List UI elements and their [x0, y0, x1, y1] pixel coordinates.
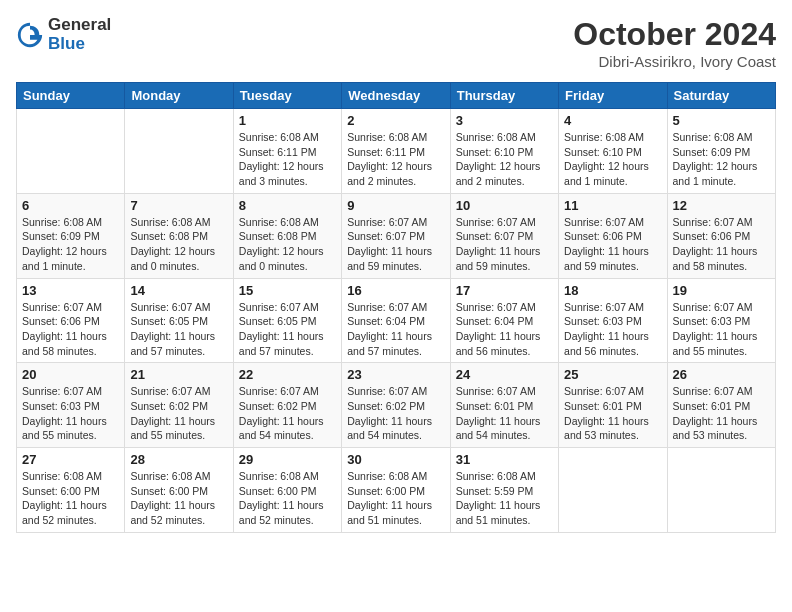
day-info: Sunrise: 6:08 AM Sunset: 6:10 PM Dayligh…: [564, 130, 661, 189]
header-thursday: Thursday: [450, 83, 558, 109]
table-row: 28Sunrise: 6:08 AM Sunset: 6:00 PM Dayli…: [125, 448, 233, 533]
table-row: 29Sunrise: 6:08 AM Sunset: 6:00 PM Dayli…: [233, 448, 341, 533]
table-row: 31Sunrise: 6:08 AM Sunset: 5:59 PM Dayli…: [450, 448, 558, 533]
day-info: Sunrise: 6:07 AM Sunset: 6:04 PM Dayligh…: [456, 300, 553, 359]
day-number: 15: [239, 283, 336, 298]
day-info: Sunrise: 6:07 AM Sunset: 6:06 PM Dayligh…: [673, 215, 770, 274]
day-number: 14: [130, 283, 227, 298]
table-row: 16Sunrise: 6:07 AM Sunset: 6:04 PM Dayli…: [342, 278, 450, 363]
day-info: Sunrise: 6:07 AM Sunset: 6:03 PM Dayligh…: [673, 300, 770, 359]
day-info: Sunrise: 6:07 AM Sunset: 6:04 PM Dayligh…: [347, 300, 444, 359]
day-info: Sunrise: 6:08 AM Sunset: 6:09 PM Dayligh…: [22, 215, 119, 274]
day-info: Sunrise: 6:08 AM Sunset: 6:10 PM Dayligh…: [456, 130, 553, 189]
day-info: Sunrise: 6:07 AM Sunset: 6:05 PM Dayligh…: [130, 300, 227, 359]
logo-blue: Blue: [48, 35, 111, 54]
day-info: Sunrise: 6:07 AM Sunset: 6:07 PM Dayligh…: [347, 215, 444, 274]
day-number: 2: [347, 113, 444, 128]
day-info: Sunrise: 6:07 AM Sunset: 6:03 PM Dayligh…: [22, 384, 119, 443]
day-number: 26: [673, 367, 770, 382]
day-info: Sunrise: 6:08 AM Sunset: 6:09 PM Dayligh…: [673, 130, 770, 189]
calendar-week-1: 6Sunrise: 6:08 AM Sunset: 6:09 PM Daylig…: [17, 193, 776, 278]
calendar-header-row: Sunday Monday Tuesday Wednesday Thursday…: [17, 83, 776, 109]
table-row: 18Sunrise: 6:07 AM Sunset: 6:03 PM Dayli…: [559, 278, 667, 363]
day-info: Sunrise: 6:08 AM Sunset: 6:00 PM Dayligh…: [22, 469, 119, 528]
table-row: 1Sunrise: 6:08 AM Sunset: 6:11 PM Daylig…: [233, 109, 341, 194]
day-info: Sunrise: 6:08 AM Sunset: 5:59 PM Dayligh…: [456, 469, 553, 528]
day-number: 27: [22, 452, 119, 467]
day-info: Sunrise: 6:08 AM Sunset: 6:11 PM Dayligh…: [239, 130, 336, 189]
table-row: 4Sunrise: 6:08 AM Sunset: 6:10 PM Daylig…: [559, 109, 667, 194]
header-tuesday: Tuesday: [233, 83, 341, 109]
calendar-week-4: 27Sunrise: 6:08 AM Sunset: 6:00 PM Dayli…: [17, 448, 776, 533]
day-number: 31: [456, 452, 553, 467]
day-number: 9: [347, 198, 444, 213]
day-number: 3: [456, 113, 553, 128]
table-row: 26Sunrise: 6:07 AM Sunset: 6:01 PM Dayli…: [667, 363, 775, 448]
header-wednesday: Wednesday: [342, 83, 450, 109]
logo-general: General: [48, 16, 111, 35]
day-number: 30: [347, 452, 444, 467]
day-number: 25: [564, 367, 661, 382]
day-info: Sunrise: 6:08 AM Sunset: 6:08 PM Dayligh…: [130, 215, 227, 274]
day-number: 18: [564, 283, 661, 298]
table-row: 25Sunrise: 6:07 AM Sunset: 6:01 PM Dayli…: [559, 363, 667, 448]
day-info: Sunrise: 6:07 AM Sunset: 6:05 PM Dayligh…: [239, 300, 336, 359]
table-row: 19Sunrise: 6:07 AM Sunset: 6:03 PM Dayli…: [667, 278, 775, 363]
day-number: 16: [347, 283, 444, 298]
day-info: Sunrise: 6:07 AM Sunset: 6:02 PM Dayligh…: [347, 384, 444, 443]
day-info: Sunrise: 6:07 AM Sunset: 6:01 PM Dayligh…: [456, 384, 553, 443]
day-number: 8: [239, 198, 336, 213]
table-row: [559, 448, 667, 533]
header-friday: Friday: [559, 83, 667, 109]
table-row: 6Sunrise: 6:08 AM Sunset: 6:09 PM Daylig…: [17, 193, 125, 278]
day-info: Sunrise: 6:07 AM Sunset: 6:06 PM Dayligh…: [564, 215, 661, 274]
table-row: 30Sunrise: 6:08 AM Sunset: 6:00 PM Dayli…: [342, 448, 450, 533]
calendar-table: Sunday Monday Tuesday Wednesday Thursday…: [16, 82, 776, 533]
table-row: 21Sunrise: 6:07 AM Sunset: 6:02 PM Dayli…: [125, 363, 233, 448]
table-row: 17Sunrise: 6:07 AM Sunset: 6:04 PM Dayli…: [450, 278, 558, 363]
day-number: 6: [22, 198, 119, 213]
day-number: 20: [22, 367, 119, 382]
day-number: 5: [673, 113, 770, 128]
day-number: 29: [239, 452, 336, 467]
day-number: 23: [347, 367, 444, 382]
calendar-week-3: 20Sunrise: 6:07 AM Sunset: 6:03 PM Dayli…: [17, 363, 776, 448]
table-row: 10Sunrise: 6:07 AM Sunset: 6:07 PM Dayli…: [450, 193, 558, 278]
day-number: 28: [130, 452, 227, 467]
month-title: October 2024: [573, 16, 776, 53]
calendar-week-2: 13Sunrise: 6:07 AM Sunset: 6:06 PM Dayli…: [17, 278, 776, 363]
day-info: Sunrise: 6:07 AM Sunset: 6:02 PM Dayligh…: [130, 384, 227, 443]
day-number: 1: [239, 113, 336, 128]
table-row: 13Sunrise: 6:07 AM Sunset: 6:06 PM Dayli…: [17, 278, 125, 363]
day-number: 4: [564, 113, 661, 128]
table-row: 14Sunrise: 6:07 AM Sunset: 6:05 PM Dayli…: [125, 278, 233, 363]
page-header: General Blue October 2024 Dibri-Assirikr…: [16, 16, 776, 70]
table-row: 22Sunrise: 6:07 AM Sunset: 6:02 PM Dayli…: [233, 363, 341, 448]
calendar-week-0: 1Sunrise: 6:08 AM Sunset: 6:11 PM Daylig…: [17, 109, 776, 194]
logo-text: General Blue: [48, 16, 111, 53]
day-info: Sunrise: 6:08 AM Sunset: 6:08 PM Dayligh…: [239, 215, 336, 274]
day-number: 22: [239, 367, 336, 382]
day-info: Sunrise: 6:08 AM Sunset: 6:11 PM Dayligh…: [347, 130, 444, 189]
logo: General Blue: [16, 16, 111, 53]
day-number: 17: [456, 283, 553, 298]
table-row: 3Sunrise: 6:08 AM Sunset: 6:10 PM Daylig…: [450, 109, 558, 194]
day-info: Sunrise: 6:08 AM Sunset: 6:00 PM Dayligh…: [347, 469, 444, 528]
day-info: Sunrise: 6:07 AM Sunset: 6:07 PM Dayligh…: [456, 215, 553, 274]
day-info: Sunrise: 6:07 AM Sunset: 6:01 PM Dayligh…: [564, 384, 661, 443]
table-row: 11Sunrise: 6:07 AM Sunset: 6:06 PM Dayli…: [559, 193, 667, 278]
table-row: [125, 109, 233, 194]
header-monday: Monday: [125, 83, 233, 109]
day-info: Sunrise: 6:07 AM Sunset: 6:06 PM Dayligh…: [22, 300, 119, 359]
table-row: 27Sunrise: 6:08 AM Sunset: 6:00 PM Dayli…: [17, 448, 125, 533]
title-section: October 2024 Dibri-Assirikro, Ivory Coas…: [573, 16, 776, 70]
day-number: 11: [564, 198, 661, 213]
table-row: 15Sunrise: 6:07 AM Sunset: 6:05 PM Dayli…: [233, 278, 341, 363]
table-row: 24Sunrise: 6:07 AM Sunset: 6:01 PM Dayli…: [450, 363, 558, 448]
day-number: 10: [456, 198, 553, 213]
table-row: 8Sunrise: 6:08 AM Sunset: 6:08 PM Daylig…: [233, 193, 341, 278]
header-saturday: Saturday: [667, 83, 775, 109]
day-info: Sunrise: 6:07 AM Sunset: 6:03 PM Dayligh…: [564, 300, 661, 359]
header-sunday: Sunday: [17, 83, 125, 109]
table-row: [17, 109, 125, 194]
